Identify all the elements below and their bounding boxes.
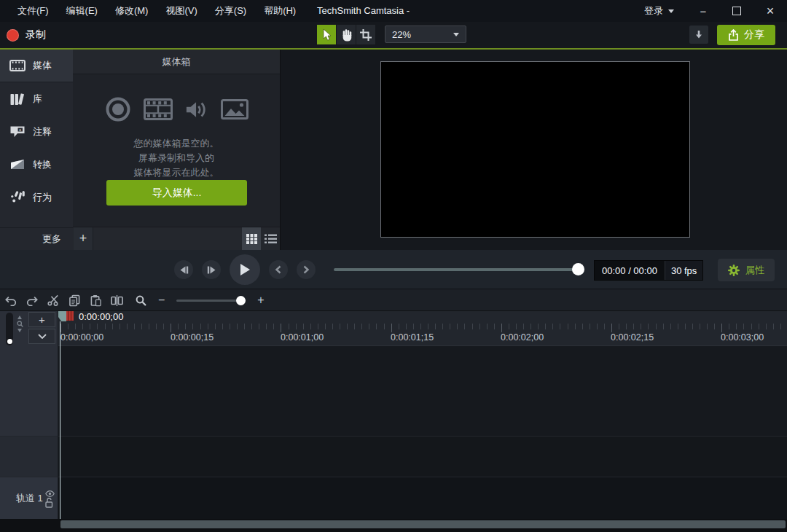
window-controls: − × (686, 0, 787, 22)
collapse-tracks-button[interactable] (28, 329, 55, 344)
library-books-icon (9, 93, 26, 106)
record-button[interactable]: 录制 (7, 22, 46, 48)
sidebar-label: 媒体 (33, 59, 52, 72)
track1-label: 轨道 1 (16, 477, 43, 520)
sidebar-item-media[interactable]: 媒体 (0, 50, 73, 82)
track-height-thumb[interactable] (7, 339, 12, 344)
menu-share[interactable]: 分享(S) (206, 0, 255, 22)
ruler-label: 0:00:00;00 (60, 332, 103, 343)
sidebar-item-behaviors[interactable]: 行为 (0, 181, 73, 214)
transport-controls (174, 250, 316, 289)
play-button[interactable] (230, 254, 260, 285)
timeline-scrollbar-thumb[interactable] (60, 520, 786, 528)
chevron-right-icon (302, 265, 310, 274)
sidebar-item-library[interactable]: 库 (0, 82, 73, 115)
canvas-stage (281, 50, 787, 250)
list-view-icon (265, 234, 277, 244)
playhead-out-marker[interactable] (66, 311, 74, 321)
grid-view-button[interactable] (242, 227, 261, 250)
media-bin-title: 媒体箱 (163, 55, 191, 69)
ruler-label: 0:00:01;00 (281, 332, 324, 343)
pan-tool-button[interactable] (337, 25, 356, 44)
playback-bar: 00:00 / 00:00 30 fps 属性 (0, 250, 787, 289)
maximize-icon (732, 7, 741, 15)
share-button[interactable]: 分享 (717, 25, 775, 45)
track-height-slider[interactable] (6, 313, 13, 345)
sidebar-more-button[interactable]: 更多 (0, 227, 73, 250)
edit-tool-group (4, 289, 123, 311)
grid-view-icon (246, 234, 257, 244)
timeline-toolbar: − + (0, 289, 787, 311)
step-forward-icon (207, 266, 216, 274)
copy-button[interactable] (68, 294, 81, 307)
redo-button[interactable] (26, 295, 39, 306)
gear-icon (728, 265, 740, 276)
menu-modify[interactable]: 修改(M) (106, 0, 157, 22)
step-back-button[interactable] (174, 260, 193, 279)
tools-sidebar: 媒体 库 a 注释 转换 (0, 50, 73, 250)
minimize-icon: − (700, 5, 707, 17)
menu-help[interactable]: 帮助(H) (255, 0, 305, 22)
minimize-button[interactable]: − (686, 0, 720, 22)
track-size-controls (16, 316, 23, 332)
canvas-zoom-value: 22% (392, 29, 411, 40)
canvas-zoom-dropdown[interactable]: 22% (385, 26, 466, 43)
size-up-icon[interactable] (17, 316, 22, 319)
playback-scrubber-thumb[interactable] (572, 263, 584, 275)
zoom-in-button[interactable]: + (257, 294, 264, 306)
scissors-icon (47, 294, 60, 306)
cut-button[interactable] (47, 294, 60, 306)
track-header-column: + 轨道 1 (0, 311, 58, 519)
menu-file[interactable]: 文件(F) (9, 0, 58, 22)
playhead-in-marker[interactable] (58, 311, 66, 321)
lock-open-icon (45, 498, 53, 508)
close-icon: × (767, 4, 775, 19)
empty-line-1: 您的媒体箱是空的。 (73, 136, 280, 151)
track1-header[interactable]: 轨道 1 (0, 477, 58, 519)
track1-content[interactable] (58, 477, 787, 519)
maximize-button[interactable] (720, 0, 753, 22)
sidebar-label: 转换 (33, 158, 52, 171)
paste-icon (90, 294, 101, 307)
timeline-zoom-slider[interactable] (176, 300, 246, 302)
timeline-ruler[interactable]: 0:00:00;00 0:00:00;15 0:00:01;00 0:00:01… (58, 311, 787, 346)
crop-tool-button[interactable] (356, 25, 375, 44)
split-button[interactable] (110, 295, 123, 306)
menu-edit[interactable]: 编辑(E) (58, 0, 106, 22)
record-label: 录制 (26, 28, 46, 42)
media-bin-panel: 媒体箱 您的媒体箱是空的。 屏幕录制和导入的 媒体将显示在此处。 导入媒体... (73, 50, 281, 250)
properties-button[interactable]: 属性 (718, 259, 775, 281)
menu-view[interactable]: 视图(V) (157, 0, 205, 22)
playhead-line[interactable] (60, 321, 60, 519)
track-lock-toggle[interactable] (45, 498, 53, 511)
time-display: 00:00 / 00:00 30 fps (594, 260, 703, 281)
import-media-button[interactable]: 导入媒体... (106, 180, 247, 206)
ruler-label: 0:00:01;15 (391, 332, 434, 343)
split-icon (111, 295, 123, 306)
add-track-button[interactable]: + (28, 312, 55, 327)
export-local-button[interactable] (689, 26, 708, 44)
cursor-tool-button[interactable] (317, 25, 336, 44)
previous-button[interactable] (269, 260, 288, 279)
timeline-area: + 轨道 1 0:00:00;00 0:00:00;15 0:00:01;00 (0, 311, 787, 532)
list-view-button[interactable] (261, 227, 280, 250)
close-button[interactable]: × (753, 0, 787, 22)
next-button[interactable] (297, 260, 316, 279)
paste-button[interactable] (89, 294, 102, 307)
timeline-zoom-thumb[interactable] (236, 296, 246, 305)
undo-button[interactable] (4, 295, 17, 306)
ruler-label: 0:00:00;15 (171, 332, 214, 343)
size-down-icon[interactable] (17, 329, 22, 332)
sidebar-item-transitions[interactable]: 转换 (0, 148, 73, 181)
login-menu[interactable]: 登录 (644, 0, 674, 22)
zoom-out-button[interactable]: − (158, 294, 165, 306)
step-forward-button[interactable] (202, 260, 221, 279)
step-back-icon (179, 266, 189, 274)
transition-icon (9, 159, 26, 170)
sidebar-item-annotations[interactable]: a 注释 (0, 115, 73, 148)
playback-scrubber-track[interactable] (334, 268, 584, 271)
preview-canvas[interactable] (380, 61, 690, 238)
add-media-button[interactable]: + (74, 227, 93, 250)
plus-icon: + (79, 231, 87, 246)
empty-line-2: 屏幕录制和导入的 (73, 151, 280, 165)
